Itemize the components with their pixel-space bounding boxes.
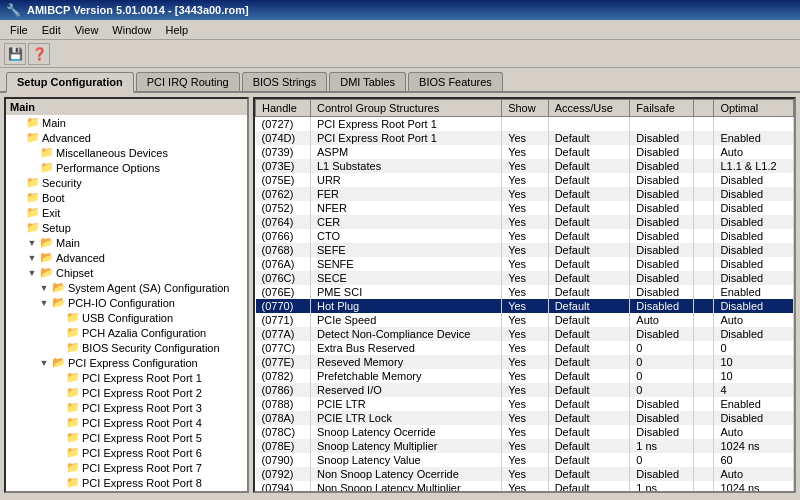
tab-pci-irq-routing[interactable]: PCI IRQ Routing bbox=[136, 72, 240, 91]
cell-failsafe: 0 bbox=[630, 453, 694, 467]
table-row[interactable]: (073E) L1 Substates Yes Default Disabled… bbox=[256, 159, 794, 173]
tree-item-advanced[interactable]: 📁 Advanced bbox=[6, 130, 247, 145]
cell-access: Default bbox=[548, 215, 630, 229]
menu-help[interactable]: Help bbox=[159, 23, 194, 37]
tree-item-exit[interactable]: 📁 Exit bbox=[6, 205, 247, 220]
tree-item-main[interactable]: 📁 Main bbox=[6, 115, 247, 130]
tree-item-bios-security[interactable]: 📁 BIOS Security Configuration bbox=[6, 340, 247, 355]
folder-icon: 📁 bbox=[26, 221, 40, 234]
tree-item-pci-root3[interactable]: 📁 PCI Express Root Port 3 bbox=[6, 400, 247, 415]
cell-sep bbox=[694, 159, 714, 173]
tree-item-setup[interactable]: 📁 Setup bbox=[6, 220, 247, 235]
tree-item-pci-root7[interactable]: 📁 PCI Express Root Port 7 bbox=[6, 460, 247, 475]
table-row[interactable]: (078C) Snoop Latency Ocerride Yes Defaul… bbox=[256, 425, 794, 439]
tree-item-label: LPSS Configuration bbox=[68, 492, 165, 494]
tree-item-pch-azalia[interactable]: 📁 PCH Azalia Configuration bbox=[6, 325, 247, 340]
table-row[interactable]: (076A) SENFE Yes Default Disabled Disabl… bbox=[256, 257, 794, 271]
tab-setup-configuration[interactable]: Setup Configuration bbox=[6, 72, 134, 93]
table-row[interactable]: (0739) ASPM Yes Default Disabled Auto bbox=[256, 145, 794, 159]
tree-item-chipset[interactable]: ▼ 📂 Chipset bbox=[6, 265, 247, 280]
table-row[interactable]: (0786) Reserved I/O Yes Default 0 4 bbox=[256, 383, 794, 397]
table-row[interactable]: (0766) CTO Yes Default Disabled Disabled bbox=[256, 229, 794, 243]
cell-optimal: Enabled bbox=[714, 131, 794, 145]
table-row[interactable]: (0764) CER Yes Default Disabled Disabled bbox=[256, 215, 794, 229]
tree-item-main2[interactable]: ▼ 📂 Main bbox=[6, 235, 247, 250]
cell-show: Yes bbox=[502, 341, 549, 355]
cell-show: Yes bbox=[502, 397, 549, 411]
cell-access: Default bbox=[548, 145, 630, 159]
tree-item-pci-root2[interactable]: 📁 PCI Express Root Port 2 bbox=[6, 385, 247, 400]
tree-item-security[interactable]: 📁 Security bbox=[6, 175, 247, 190]
tree-item-advanced2[interactable]: ▼ 📂 Advanced bbox=[6, 250, 247, 265]
table-row[interactable]: (0762) FER Yes Default Disabled Disabled bbox=[256, 187, 794, 201]
tree-item-label: PCI Express Root Port 3 bbox=[82, 402, 202, 414]
table-panel[interactable]: Handle Control Group Structures Show Acc… bbox=[253, 97, 796, 493]
table-row[interactable]: (0727) PCI Express Root Port 1 bbox=[256, 117, 794, 132]
cell-access: Default bbox=[548, 341, 630, 355]
table-row[interactable]: (076C) SECE Yes Default Disabled Disable… bbox=[256, 271, 794, 285]
menu-window[interactable]: Window bbox=[106, 23, 157, 37]
cell-sep bbox=[694, 173, 714, 187]
cell-handle: (0790) bbox=[256, 453, 311, 467]
menu-edit[interactable]: Edit bbox=[36, 23, 67, 37]
table-row[interactable]: (0790) Snoop Latency Value Yes Default 0… bbox=[256, 453, 794, 467]
tree-item-pci-root1[interactable]: 📁 PCI Express Root Port 1 bbox=[6, 370, 247, 385]
cell-handle: (0786) bbox=[256, 383, 311, 397]
cell-optimal: Disabled bbox=[714, 187, 794, 201]
table-row[interactable]: (0771) PCIe Speed Yes Default Auto Auto bbox=[256, 313, 794, 327]
tree-item-pci-express[interactable]: ▼ 📂 PCI Express Configuration bbox=[6, 355, 247, 370]
cell-failsafe: 0 bbox=[630, 369, 694, 383]
tree-panel[interactable]: Main 📁 Main 📁 Advanced 📁 Miscellaneous D… bbox=[4, 97, 249, 493]
table-row[interactable]: (0794) Non Snoop Latency Multiplier Yes … bbox=[256, 481, 794, 493]
tree-item-misc-devices[interactable]: 📁 Miscellaneous Devices bbox=[6, 145, 247, 160]
cell-name: Hot Plug bbox=[310, 299, 501, 313]
cell-failsafe: 0 bbox=[630, 355, 694, 369]
table-row[interactable]: (0782) Prefetchable Memory Yes Default 0… bbox=[256, 369, 794, 383]
tree-item-pchio[interactable]: ▼ 📂 PCH-IO Configuration bbox=[6, 295, 247, 310]
cell-sep bbox=[694, 425, 714, 439]
table-row[interactable]: (077A) Detect Non-Compliance Device Yes … bbox=[256, 327, 794, 341]
col-name: Control Group Structures bbox=[310, 100, 501, 117]
toolbar: 💾 ❓ bbox=[0, 40, 800, 68]
menu-view[interactable]: View bbox=[69, 23, 105, 37]
cell-name: Prefetchable Memory bbox=[310, 369, 501, 383]
cell-show: Yes bbox=[502, 467, 549, 481]
save-button[interactable]: 💾 bbox=[4, 43, 26, 65]
cell-access: Default bbox=[548, 327, 630, 341]
tab-bios-strings[interactable]: BIOS Strings bbox=[242, 72, 328, 91]
cell-failsafe: Disabled bbox=[630, 173, 694, 187]
tab-bios-features[interactable]: BIOS Features bbox=[408, 72, 503, 91]
table-row[interactable]: (0788) PCIE LTR Yes Default Disabled Ena… bbox=[256, 397, 794, 411]
tree-item-pci-root6[interactable]: 📁 PCI Express Root Port 6 bbox=[6, 445, 247, 460]
cell-show: Yes bbox=[502, 215, 549, 229]
table-row[interactable]: (0792) Non Snoop Latency Ocerride Yes De… bbox=[256, 467, 794, 481]
table-row[interactable]: (076E) PME SCI Yes Default Disabled Enab… bbox=[256, 285, 794, 299]
table-row[interactable]: (078A) PCIE LTR Lock Yes Default Disable… bbox=[256, 411, 794, 425]
cell-sep bbox=[694, 313, 714, 327]
table-row[interactable]: (0768) SEFE Yes Default Disabled Disable… bbox=[256, 243, 794, 257]
tree-item-perf-options[interactable]: 📁 Performance Options bbox=[6, 160, 247, 175]
table-row[interactable]: (0752) NFER Yes Default Disabled Disable… bbox=[256, 201, 794, 215]
tree-item-system-agent[interactable]: ▼ 📂 System Agent (SA) Configuration bbox=[6, 280, 247, 295]
table-row[interactable]: (075E) URR Yes Default Disabled Disabled bbox=[256, 173, 794, 187]
help-button[interactable]: ❓ bbox=[28, 43, 50, 65]
table-row[interactable]: (077C) Extra Bus Reserved Yes Default 0 … bbox=[256, 341, 794, 355]
menu-file[interactable]: File bbox=[4, 23, 34, 37]
cell-optimal: Auto bbox=[714, 467, 794, 481]
cell-show bbox=[502, 117, 549, 132]
table-row[interactable]: (0770) Hot Plug Yes Default Disabled Dis… bbox=[256, 299, 794, 313]
cell-name: CER bbox=[310, 215, 501, 229]
tree-item-pci-root8[interactable]: 📁 PCI Express Root Port 8 bbox=[6, 475, 247, 490]
table-row[interactable]: (077E) Reseved Memory Yes Default 0 10 bbox=[256, 355, 794, 369]
main-content: Main 📁 Main 📁 Advanced 📁 Miscellaneous D… bbox=[0, 93, 800, 497]
tree-item-pci-root5[interactable]: 📁 PCI Express Root Port 5 bbox=[6, 430, 247, 445]
tab-dmi-tables[interactable]: DMI Tables bbox=[329, 72, 406, 91]
cell-sep bbox=[694, 215, 714, 229]
cell-name: PCIE LTR Lock bbox=[310, 411, 501, 425]
tree-item-boot[interactable]: 📁 Boot bbox=[6, 190, 247, 205]
tree-item-lpss[interactable]: 📁 LPSS Configuration bbox=[6, 490, 247, 493]
tree-item-usb-config[interactable]: 📁 USB Configuration bbox=[6, 310, 247, 325]
table-row[interactable]: (078E) Snoop Latency Multiplier Yes Defa… bbox=[256, 439, 794, 453]
tree-item-pci-root4[interactable]: 📁 PCI Express Root Port 4 bbox=[6, 415, 247, 430]
table-row[interactable]: (074D) PCI Express Root Port 1 Yes Defau… bbox=[256, 131, 794, 145]
